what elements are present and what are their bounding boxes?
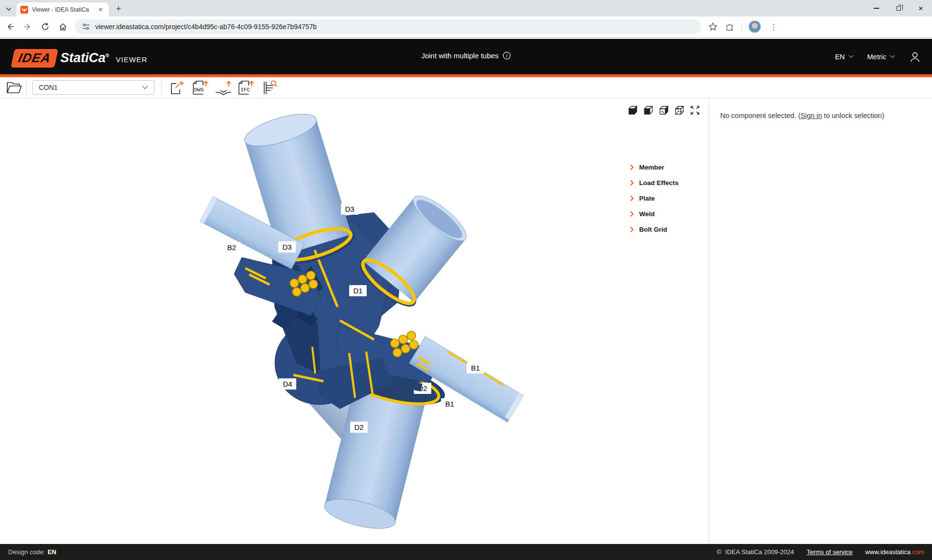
logo-idea-mark: IDEA [11, 49, 58, 68]
weld-export-icon [215, 80, 232, 95]
home-button[interactable] [55, 19, 70, 34]
minimize-icon [874, 8, 879, 8]
browser-window: Viewer - IDEA StatiCa ✕ + ✕ viewer.ideas… [0, 0, 932, 560]
terms-of-service-link[interactable]: Terms of service [807, 548, 853, 556]
design-code: Design code:EN [8, 548, 56, 556]
tree-item-member[interactable]: Member [630, 159, 707, 175]
view-mode-toolbar [627, 104, 701, 116]
project-title: Joint with multiple tubes i [421, 51, 510, 60]
window-minimize-button[interactable] [865, 0, 887, 17]
tab-strip: Viewer - IDEA StatiCa ✕ + ✕ [0, 0, 932, 17]
back-button[interactable] [3, 19, 17, 34]
tree-item-weld[interactable]: Weld [630, 206, 707, 221]
main-area: D2 [0, 98, 932, 544]
chevron-down-icon [6, 7, 12, 11]
extensions-icon[interactable] [725, 22, 734, 32]
svg-text:D4: D4 [283, 380, 292, 388]
divider [741, 22, 742, 31]
url-text[interactable]: viewer.ideastatica.com/project/c4b4d95c-… [95, 23, 317, 31]
view-wireframe-button[interactable] [674, 104, 685, 116]
chevron-right-icon [630, 195, 634, 202]
logo-viewer-text: VIEWER [116, 55, 148, 64]
component-tree: Member Load Effects Plate Weld Bolt Grid [630, 159, 707, 237]
export-weld-button[interactable] [214, 78, 233, 97]
copyright-icon: © [717, 548, 722, 556]
export-drawing-icon [169, 80, 186, 95]
viewer-toolbar: CON1 DWG IFC [0, 77, 932, 98]
zoom-extents-icon [690, 105, 700, 116]
tree-item-plate[interactable]: Plate [630, 190, 707, 206]
logo-statica-text: StatiCa® [60, 51, 109, 66]
view-solid-button[interactable] [627, 104, 639, 116]
site-settings-icon[interactable] [82, 22, 90, 31]
units-dropdown[interactable]: Metric [867, 53, 895, 61]
address-bar[interactable]: viewer.ideastatica.com/project/c4b4d95c-… [75, 19, 701, 34]
view-hidden-line-button[interactable] [658, 104, 670, 116]
svg-text:D1: D1 [353, 287, 362, 295]
website-tld: .com [911, 548, 924, 556]
bookmark-star-icon[interactable] [708, 22, 718, 32]
browser-menu-icon[interactable]: ⋮ [768, 22, 779, 32]
forward-button[interactable] [20, 19, 35, 34]
detail-panel: No component selected. (Sign in to unloc… [709, 98, 932, 544]
view-shaded-icon [643, 105, 654, 116]
browser-toolbar: viewer.ideastatica.com/project/c4b4d95c-… [0, 17, 932, 38]
svg-text:i: i [506, 53, 508, 58]
export-ifc-button[interactable]: IFC [237, 78, 255, 97]
window-close-button[interactable]: ✕ [910, 0, 932, 17]
chevron-down-icon [142, 85, 148, 89]
zoom-extents-button[interactable] [689, 104, 701, 116]
view-wireframe-icon [674, 105, 685, 116]
chevron-right-icon [630, 211, 634, 217]
divider [26, 80, 27, 95]
header-controls: EN Metric [835, 39, 921, 74]
export-dwg-button[interactable]: DWG [191, 78, 210, 97]
reload-icon [41, 22, 50, 31]
svg-text:IFC: IFC [240, 87, 250, 93]
svg-text:D3: D3 [282, 243, 291, 251]
export-icons: DWG IFC [169, 78, 278, 97]
window-restore-button[interactable] [887, 0, 910, 17]
registered-mark: ® [105, 53, 109, 58]
new-tab-button[interactable]: + [113, 3, 124, 15]
selection-status: No component selected. (Sign in to unloc… [709, 98, 932, 119]
app-header: IDEA StatiCa® VIEWER Joint with multiple… [0, 39, 932, 74]
connection-search-icon [260, 80, 278, 95]
export-drawing-button[interactable] [169, 78, 187, 97]
tree-item-load-effects[interactable]: Load Effects [630, 175, 707, 190]
3d-viewport[interactable]: D2 [0, 98, 709, 544]
profile-avatar[interactable] [748, 20, 761, 33]
chevron-right-icon [630, 180, 634, 186]
svg-text:B1: B1 [471, 364, 480, 372]
tab-close-icon[interactable]: ✕ [96, 5, 105, 14]
chevron-down-icon [848, 55, 854, 58]
user-account-icon[interactable] [909, 51, 921, 63]
window-controls: ✕ [865, 0, 932, 17]
idea-statica-favicon [20, 6, 28, 14]
idea-statica-logo[interactable]: IDEA StatiCa® VIEWER [13, 49, 148, 68]
tab-title: Viewer - IDEA StatiCa [32, 6, 96, 13]
open-project-button[interactable] [5, 78, 23, 97]
tree-item-bolt-grid[interactable]: Bolt Grid [630, 221, 707, 237]
website-link[interactable]: www.ideastatica.com [865, 548, 924, 556]
tab-search-button[interactable] [3, 3, 15, 15]
reload-button[interactable] [38, 19, 52, 34]
browser-actions: ⋮ [708, 20, 779, 33]
connection-detail-button[interactable] [260, 78, 278, 97]
dwg-export-icon: DWG [192, 80, 209, 95]
language-dropdown[interactable]: EN [835, 53, 853, 61]
info-icon[interactable]: i [503, 51, 511, 60]
svg-text:D2: D2 [354, 423, 363, 431]
chevron-right-icon [630, 164, 634, 170]
copyright-text: © IDEA StatiCa 2009-2024 [717, 548, 794, 556]
browser-tab[interactable]: Viewer - IDEA StatiCa ✕ [17, 2, 109, 17]
divider [161, 80, 162, 95]
svg-text:D3: D3 [345, 205, 354, 213]
view-hidden-line-icon [659, 105, 669, 116]
svg-text:DWG: DWG [194, 87, 204, 93]
sign-in-link[interactable]: Sign in [800, 112, 822, 119]
design-code-value: EN [48, 548, 56, 556]
back-icon [6, 22, 15, 31]
view-shaded-button[interactable] [643, 104, 654, 116]
connection-select[interactable]: CON1 [33, 80, 154, 95]
